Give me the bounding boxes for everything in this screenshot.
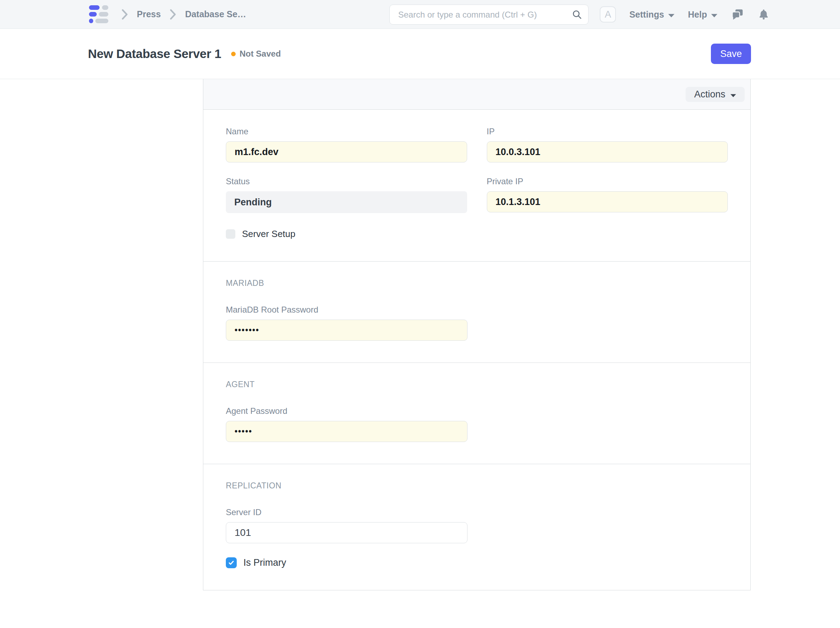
search-input[interactable] — [389, 5, 589, 25]
form-toolbar: Actions — [203, 79, 750, 110]
section-details: Name IP Status Pending Private IP — [203, 110, 750, 262]
field-mariadb-root-password: MariaDB Root Password — [226, 305, 467, 341]
unsaved-dot-icon — [231, 52, 236, 56]
is-primary-checkbox-row[interactable]: Is Primary — [226, 557, 728, 568]
is-primary-label: Is Primary — [243, 557, 286, 568]
settings-label: Settings — [629, 9, 664, 20]
nav-left: Press Database Se… — [89, 5, 246, 24]
breadcrumb-press[interactable]: Press — [137, 9, 161, 19]
field-name: Name — [226, 126, 467, 163]
actions-label: Actions — [694, 89, 725, 100]
feedback-chat-icon[interactable] — [731, 8, 744, 21]
form-card: Actions Name IP — [203, 79, 751, 590]
name-input[interactable] — [226, 141, 467, 163]
settings-menu[interactable]: Settings — [629, 9, 675, 20]
help-label: Help — [688, 9, 707, 20]
mariadb-root-password-input[interactable] — [226, 320, 467, 341]
nav-right: A Settings Help — [600, 0, 770, 29]
ip-input[interactable] — [487, 141, 728, 163]
chevron-down-icon — [730, 89, 736, 100]
section-mariadb: MARIADB MariaDB Root Password — [203, 262, 750, 363]
page-title: New Database Server 1 — [88, 47, 221, 61]
page-head: New Database Server 1 Not Saved Save — [0, 29, 840, 79]
private-ip-input[interactable] — [487, 191, 728, 212]
actions-button[interactable]: Actions — [685, 87, 745, 102]
search-icon — [572, 9, 582, 21]
avatar-letter: A — [605, 9, 611, 20]
section-agent: AGENT Agent Password — [203, 363, 750, 464]
status-label: Status — [226, 177, 467, 186]
field-agent-password: Agent Password — [226, 406, 467, 442]
app-logo-icon[interactable] — [89, 5, 108, 24]
field-ip: IP — [487, 126, 728, 163]
agent-section-heading: AGENT — [226, 380, 728, 389]
section-replication: REPLICATION Server ID Is Primary — [203, 464, 750, 590]
app-window: Press Database Se… A Settings — [0, 0, 840, 628]
navbar: Press Database Se… A Settings — [0, 0, 840, 29]
ip-label: IP — [487, 126, 728, 136]
chevron-right-icon — [170, 9, 176, 20]
global-search — [389, 5, 589, 25]
agent-password-input[interactable] — [226, 421, 467, 442]
field-status: Status Pending — [226, 177, 467, 213]
mariadb-root-password-label: MariaDB Root Password — [226, 305, 467, 315]
avatar[interactable]: A — [600, 6, 616, 22]
save-button[interactable]: Save — [711, 44, 751, 64]
is-primary-checkbox[interactable] — [226, 557, 237, 568]
unsaved-label: Not Saved — [240, 49, 281, 59]
field-private-ip: Private IP — [487, 177, 728, 213]
chevron-down-icon — [711, 9, 718, 20]
server-id-input[interactable] — [226, 522, 467, 543]
mariadb-section-heading: MARIADB — [226, 278, 728, 288]
unsaved-indicator: Not Saved — [231, 49, 281, 59]
name-label: Name — [226, 126, 467, 136]
server-id-label: Server ID — [226, 507, 467, 517]
server-setup-checkbox-row[interactable]: Server Setup — [226, 229, 467, 240]
notifications-bell-icon[interactable] — [758, 8, 770, 21]
help-menu[interactable]: Help — [688, 9, 718, 20]
field-server-id: Server ID — [226, 507, 467, 543]
chevron-right-icon — [122, 9, 128, 20]
server-setup-checkbox[interactable] — [226, 229, 235, 239]
form-area: Actions Name IP — [0, 79, 840, 590]
chevron-down-icon — [668, 9, 675, 20]
replication-section-heading: REPLICATION — [226, 481, 728, 491]
agent-password-label: Agent Password — [226, 406, 467, 416]
private-ip-label: Private IP — [487, 177, 728, 186]
breadcrumb-database-servers[interactable]: Database Se… — [185, 9, 246, 19]
server-setup-label: Server Setup — [242, 229, 295, 240]
status-value: Pending — [226, 191, 467, 213]
